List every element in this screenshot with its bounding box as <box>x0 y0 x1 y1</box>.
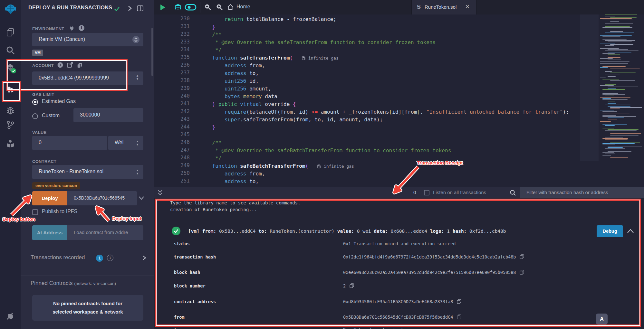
receipt-row-label: block number <box>174 283 343 288</box>
tab-runetoken[interactable]: S RuneToken.sol ✕ <box>411 0 476 14</box>
minimap-line <box>602 138 628 139</box>
panel-layout-icon[interactable] <box>137 5 144 12</box>
line-number: 251 <box>154 178 190 184</box>
minimap-line <box>608 54 620 55</box>
account-select[interactable]: 0x5B3...eddC4 (99.999999999 ▲▼ <box>32 71 143 85</box>
toolbar-separator <box>170 2 170 13</box>
at-address-button[interactable]: At Address <box>32 225 67 240</box>
minimap-line <box>610 31 623 32</box>
code-line: ) public virtual override { <box>200 100 296 108</box>
code-line: address to, <box>200 178 259 185</box>
value-input[interactable]: 0 <box>32 136 107 150</box>
environment-select[interactable]: Remix VM (Cancun) <box>32 33 143 46</box>
listen-all-label: Listen on all transactions <box>433 190 486 195</box>
collapse-terminal-icon[interactable] <box>157 189 163 196</box>
minimap-line <box>605 74 620 74</box>
publish-ipfs-checkbox[interactable] <box>32 209 38 215</box>
terminal-search-icon[interactable] <box>510 190 516 196</box>
value-amount: 0 <box>39 140 42 146</box>
at-address-input[interactable]: Load contract from Addre <box>67 225 143 240</box>
copy-icon[interactable] <box>520 254 524 260</box>
ai-assistant-icon[interactable] <box>174 3 182 12</box>
deploy-expand-icon[interactable] <box>139 196 144 200</box>
ai-toggle-icon[interactable] <box>185 4 197 11</box>
custom-gas-input[interactable]: 3000000 <box>73 108 143 122</box>
estimated-gas-radio[interactable] <box>32 99 38 105</box>
debugger-icon[interactable] <box>6 106 15 115</box>
minimap-line <box>605 96 614 96</box>
tab-close-icon[interactable]: ✕ <box>465 4 469 10</box>
search-icon[interactable] <box>6 46 15 55</box>
editor-minimap[interactable] <box>599 14 642 160</box>
debug-button[interactable]: Debug <box>597 225 623 237</box>
custom-gas-radio[interactable] <box>32 113 38 119</box>
git-icon[interactable] <box>6 120 15 129</box>
minimap-line <box>602 114 630 114</box>
file-explorer-icon[interactable] <box>6 28 15 37</box>
panel-scrollbar[interactable] <box>151 28 153 76</box>
solidity-compiler-icon[interactable] <box>6 63 15 72</box>
remix-logo-icon[interactable] <box>5 3 17 15</box>
minimap-line <box>600 63 628 64</box>
terminal-intro-line: Type the library name to see available c… <box>170 200 301 205</box>
copy-account-icon[interactable] <box>77 62 82 68</box>
tab-home[interactable]: Home <box>227 0 262 14</box>
minimap-line <box>605 65 631 65</box>
editor-scrollbar[interactable] <box>580 14 599 161</box>
value-unit-select[interactable]: Wei ▲▼ <box>108 136 143 150</box>
minimap-line <box>608 87 638 87</box>
minimap-line <box>602 36 620 37</box>
minimap-line <box>600 18 632 19</box>
transactions-info-icon[interactable]: i <box>107 255 113 261</box>
code-editor[interactable]: 2302312322332342352362372382392402412422… <box>154 14 644 187</box>
minimap-line <box>608 103 616 104</box>
deploy-button[interactable]: Deploy <box>32 191 67 205</box>
copy-icon[interactable] <box>457 315 461 320</box>
contract-select[interactable]: RuneToken - RuneToken.sol ▲▼ <box>32 165 143 179</box>
copy-icon[interactable] <box>350 283 354 289</box>
minimap-line <box>605 14 637 15</box>
minimap-line <box>605 139 628 140</box>
line-number: 232 <box>154 31 190 37</box>
contract-stepper-icon: ▲▼ <box>136 169 139 175</box>
zoom-in-icon[interactable] <box>216 4 223 11</box>
deploy-input[interactable]: 0x5B38Da6a701c568545 <box>67 191 137 205</box>
copy-icon[interactable] <box>520 270 524 276</box>
gas-limit-label: GAS LIMIT <box>32 92 54 97</box>
add-account-icon[interactable] <box>57 62 63 68</box>
collapse-receipt-icon[interactable] <box>626 228 635 234</box>
transactions-expand-icon[interactable] <box>142 255 147 261</box>
line-number: 241 <box>154 100 190 107</box>
environment-info-icon[interactable]: i <box>79 25 84 31</box>
run-script-icon[interactable] <box>159 4 166 11</box>
plug-icon[interactable] <box>70 26 75 31</box>
receipt-row: toRuneToken.(constructor) <box>174 327 403 329</box>
minimap-line <box>610 56 623 56</box>
transaction-receipt-annotation: Transaction Receipt <box>417 160 463 165</box>
transactions-recorded-label: Transactions recorded <box>31 254 85 261</box>
plugin-manager-icon[interactable] <box>5 312 15 321</box>
minimap-line <box>605 24 633 24</box>
minimap-line <box>608 151 631 152</box>
minimap-line <box>602 79 619 80</box>
deploy-run-icon[interactable] <box>6 86 15 95</box>
custom-gas-label: Custom <box>42 113 60 118</box>
environment-stepper-icon[interactable] <box>132 36 139 43</box>
minimap-line <box>602 143 635 144</box>
minimap-line <box>602 115 616 116</box>
minimap-line <box>608 49 628 50</box>
learneth-icon[interactable] <box>6 139 15 148</box>
minimap-line <box>602 132 620 132</box>
filter-input[interactable]: Filter with transaction hash or address <box>520 187 644 198</box>
zoom-out-icon[interactable] <box>204 4 211 11</box>
estimated-gas-label: Estimated Gas <box>42 99 76 104</box>
tx-summary-line[interactable]: [vm] from: 0x5B3...eddC4 to: RuneToken.(… <box>188 229 506 234</box>
line-number: 231 <box>154 23 190 29</box>
publish-ipfs-label: Publish to IPFS <box>42 209 77 214</box>
minimap-line <box>605 45 614 46</box>
panel-forward-icon[interactable] <box>127 5 133 12</box>
edit-account-icon[interactable] <box>67 62 73 68</box>
listen-all-checkbox[interactable] <box>424 190 429 195</box>
minimap-line <box>610 108 620 109</box>
copy-icon[interactable] <box>457 299 461 305</box>
